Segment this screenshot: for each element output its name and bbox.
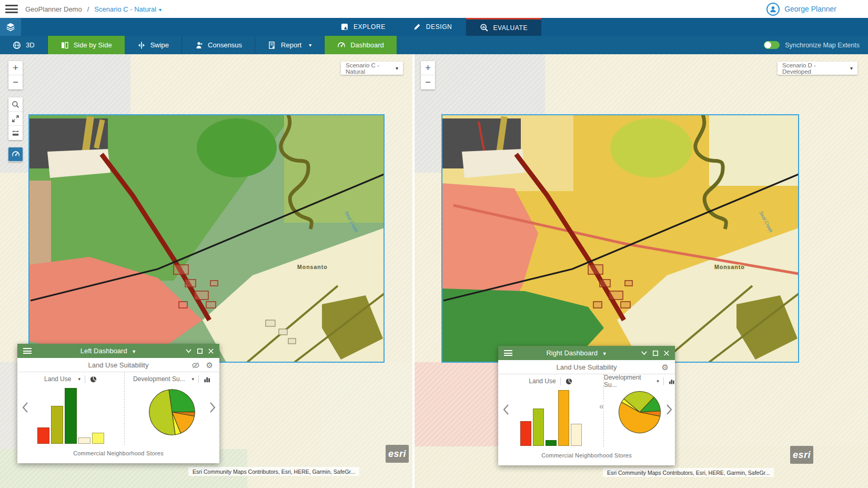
development-suitability-pie[interactable] bbox=[618, 390, 662, 434]
esri-logo-right[interactable]: esri bbox=[790, 446, 813, 464]
user-avatar-icon bbox=[766, 3, 780, 16]
mode-tabs: EXPLORE DESIGN EVALUATE bbox=[327, 18, 541, 36]
bar-segment bbox=[78, 437, 90, 444]
map-tools-left bbox=[8, 97, 23, 140]
next-chart-chevron[interactable] bbox=[209, 402, 216, 413]
user-name: George Planner bbox=[784, 5, 836, 13]
zoom-out-button[interactable]: − bbox=[421, 75, 435, 89]
caret-down-icon: ▼ bbox=[132, 349, 136, 354]
tab-explore[interactable]: EXPLORE bbox=[327, 18, 399, 36]
bar-segment bbox=[37, 427, 49, 444]
prev-chart-chevron[interactable] bbox=[22, 402, 29, 413]
land-use-bar-chart[interactable] bbox=[498, 390, 603, 446]
dashboard-menu-icon[interactable] bbox=[504, 350, 512, 356]
app-title: GeoPlanner Demo bbox=[25, 5, 82, 13]
bar-segment bbox=[533, 409, 544, 446]
tab-design[interactable]: DESIGN bbox=[399, 18, 466, 36]
left-dashboard-titlebar[interactable]: Left Dashboard ▼ bbox=[17, 344, 219, 358]
geoplanner-app: GeoPlanner Demo / Scenario C - Natural▾ … bbox=[0, 0, 868, 488]
esri-logo-left[interactable]: esri bbox=[386, 445, 409, 463]
caret-down-icon: ▾ bbox=[309, 42, 311, 48]
dashboard-button[interactable]: Dashboard bbox=[325, 36, 397, 54]
land-use-bar-chart[interactable] bbox=[17, 388, 124, 444]
bar-segment bbox=[51, 406, 63, 444]
bar-chart-icon[interactable] bbox=[203, 375, 211, 383]
tab-evaluate[interactable]: EVALUATE bbox=[466, 18, 541, 36]
panel-divider bbox=[412, 54, 415, 488]
scenario-selector-right[interactable]: Scenario D - Developed▾ bbox=[778, 62, 857, 75]
person-icon bbox=[769, 5, 777, 13]
next-chart-chevron[interactable] bbox=[665, 404, 673, 415]
dashboard-title[interactable]: Left Dashboard ▼ bbox=[32, 347, 185, 355]
user-menu[interactable]: George Planner bbox=[766, 0, 836, 18]
dashboard-menu-icon[interactable] bbox=[23, 348, 32, 354]
top-bar: GeoPlanner Demo / Scenario C - Natural▾ … bbox=[0, 0, 868, 18]
collapse-icon[interactable] bbox=[185, 347, 192, 354]
explore-map-icon bbox=[340, 23, 349, 31]
caret-down-icon: ▾ bbox=[657, 379, 659, 384]
pie-chart-icon[interactable] bbox=[565, 377, 573, 385]
dashboard-widget-button[interactable] bbox=[8, 147, 23, 162]
globe-icon bbox=[13, 41, 21, 49]
sync-extents-label: Synchronize Map Extents bbox=[785, 42, 860, 49]
gear-icon[interactable]: ⚙ bbox=[206, 361, 213, 369]
menu-icon[interactable] bbox=[5, 5, 18, 13]
attribution-right: Esri Community Maps Contributors, Esri, … bbox=[603, 468, 774, 477]
right-dashboard-titlebar[interactable]: Right Dashboard ▼ bbox=[498, 346, 675, 360]
scenario-breadcrumb[interactable]: Scenario C - Natural▾ bbox=[94, 5, 162, 13]
bar-chart-icon[interactable] bbox=[668, 377, 675, 385]
maximize-icon[interactable] bbox=[652, 350, 659, 356]
chart-selector[interactable]: Development Su... bbox=[133, 375, 185, 383]
attribution-left: Esri Community Maps Contributors, Esri, … bbox=[188, 467, 359, 476]
chart-selector[interactable]: Development Su... bbox=[604, 374, 650, 389]
zoom-out-button[interactable]: − bbox=[8, 75, 23, 89]
right-dashboard-window: Right Dashboard ▼ Land Use Suitability ⚙… bbox=[498, 346, 675, 465]
evaluate-icon bbox=[479, 23, 488, 32]
sync-extents-toggle[interactable] bbox=[764, 41, 780, 49]
layers-icon bbox=[6, 22, 15, 32]
bar-segment bbox=[546, 440, 557, 446]
bar-chart-section: Land Use ▾ bbox=[17, 372, 124, 445]
chart-caption: Commercial Neighborhood Stores bbox=[498, 447, 675, 465]
maximize-icon[interactable] bbox=[197, 348, 203, 354]
layers-button[interactable] bbox=[0, 18, 21, 36]
scenario-selector-left[interactable]: Scenario C - Natural▾ bbox=[341, 62, 403, 75]
close-icon[interactable] bbox=[208, 348, 214, 354]
caret-down-icon: ▾ bbox=[78, 376, 80, 382]
bar-segment bbox=[571, 424, 582, 446]
swipe-button[interactable]: Swipe bbox=[125, 36, 182, 54]
search-icon bbox=[12, 101, 19, 108]
consensus-button[interactable]: Consensus bbox=[182, 36, 255, 54]
bar-segment bbox=[65, 388, 77, 444]
swipe-ruler-icon bbox=[12, 129, 19, 137]
place-label: Monsanto bbox=[297, 264, 328, 270]
collapse-icon[interactable] bbox=[641, 350, 648, 356]
dashboard-panel-title: Land Use Suitability bbox=[88, 361, 149, 369]
zoom-in-button[interactable]: + bbox=[421, 61, 435, 75]
caret-down-icon: ▾ bbox=[396, 65, 398, 71]
visibility-off-icon[interactable] bbox=[191, 361, 200, 370]
left-dashboard-window: Left Dashboard ▼ Land Use Suitability ⚙ … bbox=[17, 344, 219, 463]
close-icon[interactable] bbox=[663, 350, 670, 356]
3d-button[interactable]: 3D bbox=[0, 36, 48, 54]
side-by-side-button[interactable]: Side by Side bbox=[48, 36, 125, 54]
pie-chart-icon[interactable] bbox=[89, 375, 97, 383]
chart-selector[interactable]: Land Use bbox=[44, 375, 71, 383]
zoom-in-button[interactable]: + bbox=[8, 61, 23, 75]
expand-icon bbox=[12, 115, 19, 123]
swipe-widget-button[interactable] bbox=[8, 126, 23, 140]
expand-button[interactable] bbox=[8, 112, 23, 126]
side-by-side-icon bbox=[60, 41, 69, 49]
consensus-icon bbox=[195, 41, 203, 49]
pie-chart-section: Development Su... ▾ bbox=[604, 374, 675, 447]
search-button[interactable] bbox=[8, 97, 23, 112]
development-suitability-pie[interactable] bbox=[148, 388, 196, 436]
dashboard-title[interactable]: Right Dashboard ▼ bbox=[512, 349, 641, 357]
report-button[interactable]: Report ▾ bbox=[255, 36, 325, 54]
bar-segment bbox=[520, 421, 531, 446]
gear-icon[interactable]: ⚙ bbox=[662, 363, 669, 371]
chart-selector[interactable]: Land Use bbox=[529, 377, 556, 385]
zoom-control-right: + − bbox=[421, 61, 435, 89]
prev-chart-chevron[interactable] bbox=[502, 404, 510, 415]
bar-chart-section: Land Use bbox=[498, 374, 603, 447]
